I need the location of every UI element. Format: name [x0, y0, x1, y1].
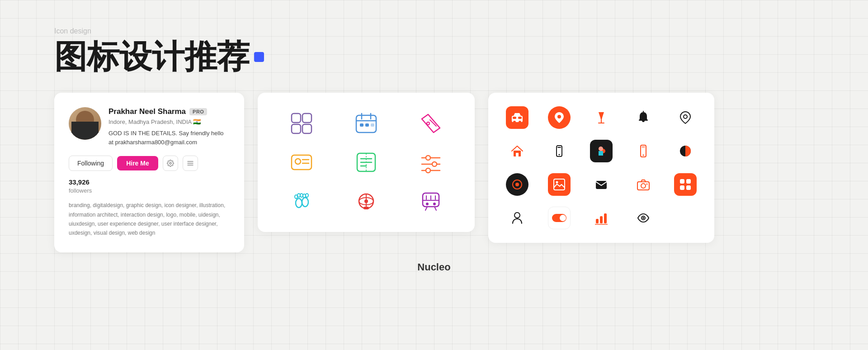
camera-icon-item — [632, 173, 655, 196]
svg-point-55 — [519, 121, 521, 123]
svg-rect-13 — [365, 123, 369, 127]
svg-point-78 — [515, 183, 519, 186]
svg-rect-88 — [686, 185, 691, 190]
followers-row: 33,926 followers — [69, 178, 230, 194]
svg-rect-85 — [680, 179, 684, 184]
book-icon — [354, 150, 379, 175]
car-icon-item — [506, 106, 528, 129]
circle-half-icon-item — [674, 140, 697, 162]
svg-point-18 — [295, 159, 301, 164]
dark-icons-panel — [488, 93, 714, 243]
chart-bar-icon-item — [590, 207, 613, 229]
svg-point-0 — [170, 162, 171, 164]
svg-rect-57 — [518, 117, 522, 119]
svg-point-38 — [306, 194, 308, 197]
profile-info: Prakhar Neel Sharma PRO Indore, Madhya P… — [108, 107, 230, 147]
dish-icon — [354, 189, 379, 214]
profile-name: Prakhar Neel Sharma — [108, 107, 186, 116]
avatar — [69, 107, 101, 140]
svg-rect-61 — [639, 119, 648, 121]
footprint-icon — [289, 189, 314, 214]
dark-icons-grid — [502, 106, 701, 229]
svg-rect-42 — [363, 207, 369, 209]
svg-point-83 — [641, 184, 646, 188]
profile-name-row: Prakhar Neel Sharma PRO — [108, 107, 230, 116]
followers-label: followers — [69, 187, 92, 194]
profile-card: Prakhar Neel Sharma PRO Indore, Madhya P… — [54, 93, 244, 252]
svg-point-63 — [684, 115, 687, 118]
svg-point-74 — [642, 155, 644, 156]
svg-point-30 — [432, 162, 437, 166]
svg-point-58 — [557, 115, 561, 118]
person-icon-item — [506, 207, 528, 229]
svg-rect-87 — [680, 185, 684, 190]
contact-card-icon — [289, 150, 314, 175]
settings-button[interactable] — [163, 156, 178, 171]
menu-button[interactable] — [183, 156, 198, 171]
svg-rect-92 — [596, 219, 599, 223]
svg-point-89 — [514, 213, 520, 218]
svg-point-46 — [426, 203, 429, 205]
figma-icon-item — [590, 140, 613, 162]
svg-point-54 — [513, 121, 516, 123]
image-icon-item — [548, 173, 571, 196]
header-section: Icon design 图标设计推荐 — [54, 27, 814, 75]
main-content: Prakhar Neel Sharma PRO Indore, Madhya P… — [54, 93, 814, 252]
profile-header: Prakhar Neel Sharma PRO Indore, Madhya P… — [69, 107, 230, 147]
svg-point-43 — [364, 199, 368, 203]
svg-rect-79 — [554, 179, 565, 190]
svg-point-29 — [426, 156, 430, 160]
ticket-icon — [418, 111, 443, 136]
svg-point-67 — [559, 154, 560, 156]
record-icon-item — [506, 173, 528, 196]
page-subtitle: Icon design — [54, 27, 814, 35]
svg-rect-72 — [599, 151, 603, 156]
svg-rect-93 — [600, 216, 603, 223]
svg-rect-7 — [302, 124, 311, 133]
title-badge-icon — [254, 52, 264, 62]
svg-rect-12 — [360, 123, 363, 127]
svg-point-91 — [560, 215, 566, 221]
pro-badge: PRO — [189, 108, 207, 115]
phone-icon-item — [548, 140, 571, 162]
svg-rect-14 — [371, 123, 374, 127]
nucleo-label: Nucleo — [54, 261, 814, 273]
svg-rect-94 — [604, 213, 607, 223]
icons-grid — [276, 111, 457, 214]
svg-point-80 — [556, 181, 558, 184]
page-title: 图标设计推荐 — [54, 39, 814, 75]
svg-rect-82 — [637, 182, 649, 190]
svg-point-32 — [296, 199, 302, 208]
svg-rect-65 — [516, 153, 519, 156]
grid-icon-item — [674, 173, 697, 196]
svg-point-84 — [646, 184, 647, 185]
svg-rect-6 — [292, 124, 301, 133]
house-icon-item — [506, 140, 528, 162]
action-row: Following Hire Me — [69, 156, 230, 171]
metro-icon — [418, 189, 443, 214]
flag-icon: 🇮🇳 — [193, 118, 201, 125]
mail-icon-item — [590, 173, 613, 196]
toggle-icon-item — [548, 207, 571, 229]
followers-count: 33,926 — [69, 178, 90, 186]
svg-rect-5 — [302, 114, 311, 123]
svg-point-31 — [426, 168, 430, 173]
bell-icon-item — [632, 106, 655, 129]
bottom-area: Nucleo — [54, 261, 814, 273]
svg-rect-86 — [686, 179, 691, 184]
svg-point-33 — [302, 198, 308, 207]
svg-point-47 — [433, 203, 436, 205]
svg-point-15 — [427, 122, 429, 125]
profile-tags: branding, digitaldesign, graphic design,… — [69, 201, 230, 238]
profile-bio: GOD IS IN THE DETAILS. Say friendly hell… — [108, 129, 230, 147]
profile-location: Indore, Madhya Pradesh, INDIA 🇮🇳 — [108, 118, 230, 125]
hire-me-button[interactable]: Hire Me — [117, 156, 158, 170]
map-pin-icon-item — [548, 106, 571, 129]
following-button[interactable]: Following — [69, 156, 113, 171]
svg-point-97 — [642, 217, 644, 219]
wine-glass-icon-item — [590, 106, 613, 129]
settings-sliders-icon — [418, 150, 443, 175]
svg-rect-70 — [599, 147, 603, 151]
location-pin-icon-item — [674, 106, 697, 129]
calendar-icon — [354, 111, 379, 136]
